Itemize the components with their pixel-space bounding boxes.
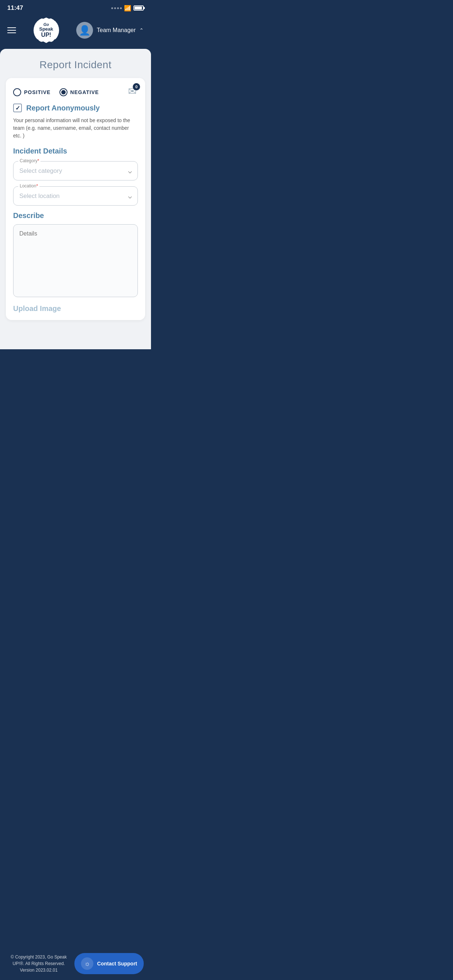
radio-positive-label: POSITIVE xyxy=(24,89,51,95)
describe-section: Describe xyxy=(13,212,138,299)
category-select[interactable]: Select category xyxy=(13,161,138,180)
category-field: Category* Select category ⌵ xyxy=(13,161,138,180)
anonymous-label: Report Anonymously xyxy=(26,104,100,112)
location-field: Location* Select location ⌵ xyxy=(13,186,138,205)
user-profile[interactable]: 👤 Team Manager ⌃ xyxy=(76,22,144,39)
radio-negative-label: NEGATIVE xyxy=(70,89,99,95)
radio-negative-button[interactable] xyxy=(59,88,67,96)
location-required: * xyxy=(36,183,38,188)
main-content: Report Incident ✉ 0 POSITIVE NEGATIVE xyxy=(0,49,151,349)
radio-positive[interactable]: POSITIVE xyxy=(13,88,51,96)
chevron-up-icon: ⌃ xyxy=(139,27,144,33)
radio-positive-button[interactable] xyxy=(13,88,21,96)
details-textarea[interactable] xyxy=(13,224,138,297)
notification-area[interactable]: ✉ 0 xyxy=(124,83,140,99)
signal-icon xyxy=(111,7,122,9)
anonymous-description: Your personal information will not be ex… xyxy=(13,117,138,140)
battery-icon xyxy=(134,5,144,11)
status-bar: 11:47 📶 xyxy=(0,0,151,14)
location-select[interactable]: Select location xyxy=(13,186,138,205)
radio-group: POSITIVE NEGATIVE xyxy=(13,88,138,96)
anonymous-checkbox-row[interactable]: ✓ Report Anonymously xyxy=(13,103,138,112)
anonymous-checkbox[interactable]: ✓ xyxy=(13,103,22,112)
location-label: Location* xyxy=(18,183,39,188)
checkmark-icon: ✓ xyxy=(15,105,20,111)
notification-badge: 0 xyxy=(133,83,140,91)
page-title: Report Incident xyxy=(0,49,151,78)
user-name: Team Manager xyxy=(97,27,136,33)
logo: Go Speak UP! xyxy=(33,18,59,43)
category-label: Category* xyxy=(18,158,40,163)
radio-negative[interactable]: NEGATIVE xyxy=(59,88,99,96)
menu-button[interactable] xyxy=(7,27,16,33)
category-required: * xyxy=(38,158,39,163)
form-card: ✉ 0 POSITIVE NEGATIVE ✓ xyxy=(6,78,145,320)
upload-image-label: Upload Image xyxy=(13,304,138,313)
avatar: 👤 xyxy=(76,22,93,39)
describe-title: Describe xyxy=(13,212,138,220)
status-time: 11:47 xyxy=(7,5,23,12)
status-icons: 📶 xyxy=(111,5,144,12)
wifi-icon: 📶 xyxy=(124,5,131,12)
header: Go Speak UP! 👤 Team Manager ⌃ xyxy=(0,14,151,49)
incident-details-title: Incident Details xyxy=(13,147,138,155)
